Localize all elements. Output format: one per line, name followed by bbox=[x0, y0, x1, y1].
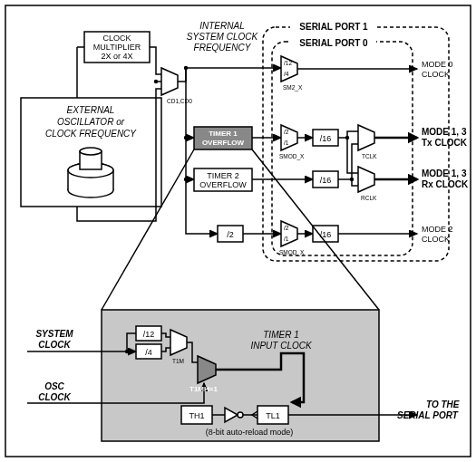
d2-c: /2 bbox=[227, 230, 234, 239]
eo-l1: EXTERNAL bbox=[67, 105, 115, 115]
cd-label: CD1,CD0 bbox=[167, 98, 192, 104]
t2of-l2: OVERFLOW bbox=[199, 180, 247, 189]
t1in-l1: TIMER 1 bbox=[263, 330, 298, 340]
d4-a: /4 bbox=[284, 71, 289, 77]
smodx-label-1: SMOD_X bbox=[279, 153, 305, 160]
t2of-l1: TIMER 2 bbox=[207, 171, 239, 180]
intclk-l3: FREQUENCY bbox=[194, 43, 252, 53]
th1-label: TH1 bbox=[189, 411, 204, 420]
svg-point-5 bbox=[80, 148, 102, 155]
tl1-label: TL1 bbox=[266, 411, 280, 420]
d12-e: /12 bbox=[143, 330, 155, 339]
d12-a: /12 bbox=[284, 60, 292, 66]
d16-l1: /16 bbox=[320, 134, 332, 143]
sm2x-label: SM2_X bbox=[283, 84, 303, 91]
m0-l1: MODE 0 bbox=[422, 60, 453, 69]
m13rx-l2: Rx CLOCK bbox=[422, 179, 469, 189]
d1-b: /1 bbox=[284, 140, 289, 146]
rclk-label: RCLK bbox=[361, 195, 377, 201]
intclk-l1: INTERNAL bbox=[199, 21, 244, 31]
t1mh-label: T1MH=1 bbox=[189, 385, 218, 393]
d1-d: /1 bbox=[284, 236, 289, 242]
m13tx-l2: Tx CLOCK bbox=[422, 138, 468, 148]
sysclk-l2: CLOCK bbox=[38, 340, 71, 350]
t1of-l1: TIMER 1 bbox=[209, 130, 238, 138]
svg-point-13 bbox=[238, 412, 243, 418]
tosp-l2: SERIAL PORT bbox=[397, 410, 459, 420]
d2-b: /2 bbox=[284, 129, 289, 135]
m0-l2: CLOCK bbox=[422, 70, 450, 79]
t1m-label: T1M bbox=[172, 358, 184, 364]
m13rx-l1: MODE 1, 3 bbox=[422, 168, 467, 178]
m13tx-l1: MODE 1, 3 bbox=[422, 127, 467, 137]
tosp-l1: TO THE bbox=[426, 399, 460, 409]
eo-l3: CLOCK FREQUENCY bbox=[45, 129, 137, 139]
intclk-l2: SYSTEM CLOCK bbox=[187, 32, 259, 42]
cm-l1: CLOCK bbox=[102, 34, 131, 43]
t1in-l2: INPUT CLOCK bbox=[250, 341, 313, 351]
tclk-label: TCLK bbox=[362, 153, 377, 159]
cm-l2: MULTIPLIER bbox=[93, 43, 141, 52]
serial-port-0-label: SERIAL PORT 0 bbox=[299, 38, 368, 48]
t1of-l2: OVERFLOW bbox=[202, 139, 245, 147]
reload-label: (8-bit auto-reload mode) bbox=[206, 428, 294, 437]
sysclk-l1: SYSTEM bbox=[35, 329, 73, 339]
d4-e: /4 bbox=[145, 348, 152, 357]
m2-l2: CLOCK bbox=[422, 235, 450, 244]
m2-l1: MODE 2 bbox=[422, 225, 453, 234]
cm-l3: 2X or 4X bbox=[101, 52, 132, 61]
d16-l2: /16 bbox=[320, 176, 332, 185]
oscclk-l1: OSC bbox=[44, 381, 64, 391]
d2-d: /2 bbox=[284, 225, 289, 231]
serial-port-1-label: SERIAL PORT 1 bbox=[299, 22, 368, 32]
oscclk-l2: CLOCK bbox=[38, 392, 71, 402]
smodx-label-2: SMOD_X bbox=[279, 249, 305, 256]
eo-l2: OSCILLATOR or bbox=[57, 117, 125, 127]
